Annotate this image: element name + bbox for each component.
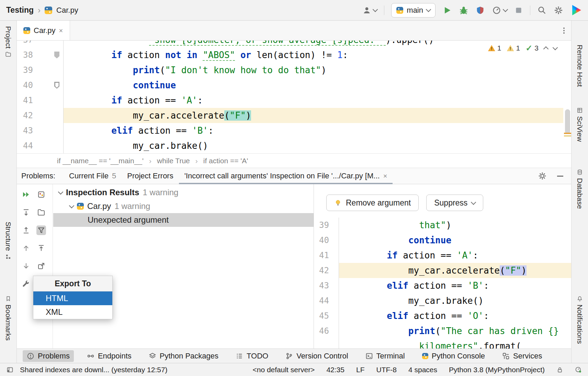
scrollbar-warning-marker[interactable] — [564, 133, 571, 134]
menu-item-xml[interactable]: XML — [33, 305, 112, 319]
code-line-40[interactable]: 40 continue — [314, 233, 572, 248]
debug-button[interactable] — [459, 5, 468, 15]
line-number[interactable]: 43 — [314, 278, 339, 293]
profiler-button[interactable] — [492, 5, 507, 15]
next-problem-button[interactable] — [21, 261, 31, 271]
gutter[interactable] — [47, 78, 63, 93]
previous-problem-icon[interactable] — [543, 46, 549, 52]
toolwindow-terminal-button[interactable]: Terminal — [361, 350, 409, 362]
code-line-41[interactable]: 41 if action == 'A': — [314, 248, 572, 263]
expand-all-button[interactable] — [21, 208, 31, 217]
code-line-42[interactable]: 42 my_car.accelerate("F") — [314, 263, 572, 278]
code-line-38[interactable]: 38 if action not in "ABOS" or len(action… — [16, 47, 563, 63]
suppress-button[interactable]: Suppress — [426, 195, 483, 211]
default-server-widget[interactable]: <no default server> — [252, 366, 315, 374]
code-line-37[interactable]: 37 "show [o]dometer, or show average [s]… — [16, 41, 563, 47]
breadcrumb-file[interactable]: Car.py — [56, 6, 78, 15]
line-number[interactable]: 40 — [314, 233, 339, 248]
breadcrumb-project[interactable]: Testing — [6, 5, 34, 15]
code-line-39[interactable]: 39 that") — [314, 218, 572, 233]
preview-editor[interactable]: 39 that")40 continue41 if action == 'A':… — [314, 218, 572, 349]
line-number[interactable]: 41 — [314, 248, 339, 263]
stripe-structure-button[interactable]: Structure — [0, 222, 16, 260]
toolwindow-problems-button[interactable]: Problems — [23, 350, 74, 362]
code-line-41[interactable]: 41 if action == 'A': — [16, 93, 563, 108]
toolwindow-python-console-button[interactable]: Python Console — [418, 350, 489, 362]
export-button[interactable] — [36, 261, 46, 271]
breadcrumb-item[interactable]: while True — [157, 157, 190, 165]
gutter-bookmark-icon[interactable] — [54, 82, 59, 89]
close-tab-icon[interactable]: × — [59, 27, 63, 34]
scrollbar-weak-warning-marker[interactable] — [564, 135, 571, 136]
code-line-44[interactable]: 44 my_car.brake() — [314, 293, 572, 308]
weak-warning-indicator[interactable]: ! 1 — [507, 44, 520, 52]
code-line-partial[interactable]: kilometers".format( — [314, 339, 572, 349]
encoding-widget[interactable]: UTF-8 — [376, 366, 397, 374]
close-tab-icon[interactable]: × — [383, 173, 387, 179]
line-number[interactable]: 43 — [16, 123, 47, 138]
collapse-all-button[interactable] — [21, 225, 31, 235]
inspection-widget[interactable]: ! 1 ! 1 ✓ 3 — [485, 42, 560, 54]
navigate-to-source-button[interactable] — [36, 243, 46, 253]
line-number[interactable]: 41 — [16, 93, 47, 108]
run-button[interactable] — [442, 5, 452, 15]
ok-indicator[interactable]: ✓ 3 — [525, 43, 539, 53]
stripe-project-button[interactable]: Project — [0, 26, 16, 57]
toolwindow-python-packages-button[interactable]: Python Packages — [145, 350, 223, 362]
tree-file-row[interactable]: Car.py 1 warning — [53, 199, 314, 213]
chevron-down-icon[interactable] — [69, 203, 75, 208]
breadcrumb-item[interactable]: if __name__ == '__main__' — [57, 157, 144, 165]
code-line-42[interactable]: 42 my_car.accelerate("F") — [16, 108, 563, 123]
group-by-directory-button[interactable] — [36, 208, 46, 217]
gutter[interactable] — [47, 138, 63, 153]
code-line-43[interactable]: 43 elif action == 'B': — [314, 278, 572, 293]
gutter[interactable] — [47, 63, 63, 78]
line-number[interactable]: 44 — [16, 138, 47, 153]
code-line-45[interactable]: 45 elif action == 'O': — [314, 308, 572, 323]
editor-tab-carpy[interactable]: Car.py × — [16, 21, 70, 40]
tab-options-kebab-icon[interactable] — [563, 27, 565, 34]
status-message[interactable]: Shared indexes are downl... (yesterday 1… — [20, 366, 168, 374]
line-number[interactable]: 39 — [314, 218, 339, 233]
line-number[interactable]: 42 — [16, 108, 47, 123]
code-line-39[interactable]: 39 print("I don't know how to do that") — [16, 63, 563, 78]
code-editor[interactable]: 37 "show [o]dometer, or show average [s]… — [16, 41, 572, 153]
toolwindow-endpoints-button[interactable]: Endpoints — [83, 350, 136, 362]
run-config-selector[interactable]: main — [391, 3, 436, 18]
toolwindow-todo-button[interactable]: TODO — [231, 350, 272, 362]
line-number[interactable]: 40 — [16, 78, 47, 93]
coverage-button[interactable] — [475, 5, 485, 15]
line-number[interactable]: 45 — [314, 308, 339, 323]
tree-problem-row[interactable]: Unexpected argument — [53, 213, 314, 227]
code-line-44[interactable]: 44 my_car.brake() — [16, 138, 563, 153]
panel-settings-gear-icon[interactable] — [538, 172, 547, 180]
menu-item-html[interactable]: HTML — [33, 291, 112, 305]
stripe-bookmarks-button[interactable]: Bookmarks — [0, 296, 16, 341]
stripe-notifications-button[interactable]: Notifications — [572, 296, 588, 344]
tool-window-layout-icon[interactable] — [6, 366, 14, 374]
line-number[interactable]: 37 — [16, 41, 47, 47]
gutter[interactable] — [47, 93, 63, 108]
inspection-settings-wrench-button[interactable] — [21, 279, 31, 289]
hide-panel-icon[interactable] — [557, 176, 563, 177]
line-number[interactable]: 44 — [314, 293, 339, 308]
line-number[interactable]: 38 — [16, 47, 47, 63]
next-problem-icon[interactable] — [553, 45, 558, 50]
line-number[interactable] — [314, 339, 339, 349]
previous-problem-button[interactable] — [21, 243, 31, 253]
search-everywhere-button[interactable] — [537, 5, 547, 15]
preview-code-area[interactable]: 39 that")40 continue41 if action == 'A':… — [314, 218, 572, 349]
gutter[interactable] — [47, 41, 63, 47]
breadcrumb-item[interactable]: if action == 'A' — [203, 157, 248, 165]
tree-root-row[interactable]: Inspection Results 1 warning — [53, 186, 314, 199]
code-line-43[interactable]: 43 elif action == 'B': — [16, 123, 563, 138]
lock-icon[interactable] — [556, 366, 563, 373]
user-menu-button[interactable] — [362, 6, 377, 15]
gutter[interactable] — [47, 47, 63, 63]
stop-button[interactable] — [514, 6, 523, 15]
toolwindow-version-control-button[interactable]: Version Control — [281, 350, 352, 362]
indexing-status-icon[interactable] — [575, 366, 582, 373]
warning-indicator[interactable]: ! 1 — [488, 44, 501, 52]
code-line-46[interactable]: 46 print("The car has driven {} — [314, 323, 572, 339]
line-separator-widget[interactable]: LF — [356, 366, 365, 374]
